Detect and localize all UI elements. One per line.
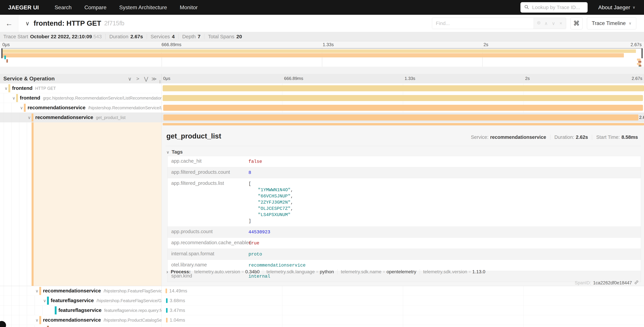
span-operation-name: get_product_list bbox=[96, 115, 126, 120]
focus-match-icon[interactable] bbox=[535, 20, 542, 26]
span-row-name[interactable]: ∨recommendationservice/hipstershop.Produ… bbox=[0, 315, 162, 325]
services-label: Services bbox=[150, 34, 170, 40]
span-duration-bar[interactable] bbox=[163, 85, 644, 91]
tags-section-toggle[interactable]: ∨Tags bbox=[166, 149, 183, 155]
nav-item-compare[interactable]: Compare bbox=[84, 4, 106, 10]
minimap-axis: 0μs 666.89ms 1.33s 2s 2.67s bbox=[0, 42, 644, 48]
span-row: ∨frontendHTTP GET bbox=[0, 84, 644, 93]
timeline-gridline bbox=[524, 306, 524, 315]
span-row: ∨frontendgrpc.hipstershop.Recommendation… bbox=[0, 93, 644, 103]
expand-all-icon[interactable]: ≫ bbox=[152, 76, 157, 82]
tag-key: internal.span.format bbox=[168, 249, 248, 259]
keyboard-shortcuts-button[interactable]: ⌘ bbox=[570, 17, 582, 30]
span-duration-bar[interactable] bbox=[163, 95, 643, 101]
tag-row[interactable]: app.products.count44530923 bbox=[168, 226, 641, 238]
span-row-name[interactable]: ∨recommendationservice/hipstershop.Recom… bbox=[0, 103, 162, 113]
span-row bbox=[0, 325, 644, 327]
span-row-timeline[interactable] bbox=[162, 103, 644, 113]
process-section[interactable]: ›Process:telemetry.auto.version=0.34b0te… bbox=[166, 269, 485, 275]
process-key: telemetry.sdk.language bbox=[266, 269, 314, 274]
expand-one-icon[interactable]: > bbox=[136, 76, 139, 82]
timeline-tick: 0μs bbox=[163, 76, 170, 81]
tag-row[interactable]: app.filtered_products.list["1YMWWN1N4O",… bbox=[168, 178, 641, 226]
span-row-name[interactable]: ∨frontendgrpc.hipstershop.Recommendation… bbox=[0, 93, 162, 103]
span-duration-bar[interactable] bbox=[166, 308, 168, 313]
total-spans-label: Total Spans bbox=[208, 34, 234, 40]
prev-match-icon[interactable]: ∧ bbox=[542, 21, 550, 26]
span-row-name[interactable]: ∨frontendHTTP GET bbox=[0, 84, 162, 93]
back-button[interactable]: ← bbox=[0, 15, 18, 32]
span-duration-bar[interactable] bbox=[166, 318, 168, 322]
collapse-all-icon[interactable]: ⋁ bbox=[144, 76, 148, 82]
span-row-name[interactable] bbox=[0, 325, 162, 327]
span-duration-bar[interactable] bbox=[166, 298, 168, 303]
span-service-name: frontendgrpc.hipstershop.RecommendationS… bbox=[20, 95, 162, 101]
span-duration-bar[interactable] bbox=[166, 288, 167, 293]
span-row-timeline[interactable]: 2.62s bbox=[162, 113, 644, 122]
trace-view-selector[interactable]: Trace Timeline ∨ bbox=[587, 17, 636, 30]
next-match-icon[interactable]: ∨ bbox=[550, 21, 557, 26]
column-resize-grip[interactable]: ∥ bbox=[159, 80, 161, 84]
span-row-timeline[interactable] bbox=[162, 93, 644, 103]
span-row: ∨recommendationservice/hipstershop.Featu… bbox=[0, 286, 644, 296]
brand-logo[interactable]: JAEGER UI bbox=[8, 4, 39, 11]
spacer bbox=[0, 67, 644, 74]
span-row-timeline[interactable]: 3.68ms bbox=[162, 296, 644, 306]
minimap-left-handle[interactable] bbox=[1, 48, 2, 58]
span-service-name: featureflagservice/hipstershop.FeatureFl… bbox=[51, 298, 162, 303]
process-value: 0.34b0 bbox=[245, 269, 260, 274]
chevron-down-icon[interactable]: ∨ bbox=[36, 318, 38, 323]
span-row-timeline[interactable]: 14.49ms bbox=[162, 286, 644, 296]
chevron-down-icon[interactable]: ∨ bbox=[28, 115, 31, 120]
chevron-down-icon[interactable]: ∨ bbox=[36, 288, 38, 294]
span-row-timeline[interactable] bbox=[162, 84, 644, 93]
tag-row[interactable]: app.filtered_products.count8 bbox=[168, 167, 641, 178]
service-operation-header: Service & Operation bbox=[3, 76, 55, 82]
collapse-one-icon[interactable]: ∨ bbox=[128, 76, 132, 82]
span-row-name[interactable]: featureflagservicefeatureflagservice.rep… bbox=[0, 306, 162, 315]
tag-row[interactable]: internal.span.formatproto bbox=[168, 249, 641, 260]
span-row: ∨featureflagservice/hipstershop.FeatureF… bbox=[0, 296, 644, 306]
span-color-bar bbox=[32, 114, 34, 122]
span-row-timeline[interactable]: 3.47ms bbox=[162, 306, 644, 315]
trace-summary-bar: Trace Start October 22 2022, 22:10:09 .5… bbox=[0, 32, 644, 42]
timeline-gridline bbox=[282, 296, 282, 305]
timeline-header: Service & Operation ∨ > ⋁ ≫ ∥ 0μs 666.89… bbox=[0, 74, 644, 84]
minimap-right-handle[interactable] bbox=[642, 48, 643, 58]
span-row-name[interactable]: ∨recommendationserviceget_product_list bbox=[0, 113, 162, 122]
span-row-name[interactable]: ∨featureflagservice/hipstershop.FeatureF… bbox=[0, 296, 162, 306]
chevron-down-icon[interactable]: ∨ bbox=[20, 106, 23, 110]
tag-row[interactable]: app.cache_hitfalse bbox=[168, 156, 641, 167]
tag-key: otel.library.name bbox=[168, 260, 248, 270]
minimap-tick: 666.89ms bbox=[162, 42, 182, 47]
span-duration-bar[interactable] bbox=[163, 105, 643, 111]
chevron-down-icon[interactable]: ∨ bbox=[12, 96, 15, 100]
span-service-name: recommendationservice/hipstershop.Produc… bbox=[43, 317, 162, 323]
chevron-down-icon[interactable]: ∨ bbox=[4, 86, 8, 91]
about-jaeger-menu[interactable]: About Jaeger ∨ bbox=[598, 4, 635, 10]
trace-minimap[interactable] bbox=[1, 48, 643, 67]
timeline-gridline bbox=[282, 325, 282, 327]
spanid-value: 1ca2262df0e18447 bbox=[593, 280, 632, 286]
trace-lookup-box[interactable] bbox=[520, 2, 588, 12]
nav-item-system-architecture[interactable]: System Architecture bbox=[119, 4, 167, 10]
indent-guide bbox=[42, 306, 42, 315]
service-value: recommendationservice bbox=[490, 134, 546, 140]
find-input[interactable] bbox=[432, 18, 534, 29]
span-duration-bar[interactable] bbox=[163, 114, 638, 120]
link-icon[interactable] bbox=[634, 280, 639, 286]
span-row-timeline[interactable]: 1.04ms bbox=[162, 315, 644, 325]
span-detail-title: get_product_list bbox=[166, 132, 221, 140]
nav-item-search[interactable]: Search bbox=[54, 4, 72, 10]
tag-row[interactable]: app.recommendation.cache_enabledtrue bbox=[168, 238, 641, 249]
span-row-timeline[interactable] bbox=[162, 325, 644, 327]
trace-lookup-input[interactable] bbox=[532, 4, 597, 10]
clear-find-icon[interactable]: × bbox=[557, 21, 564, 26]
nav-item-monitor[interactable]: Monitor bbox=[180, 4, 198, 10]
chevron-down-icon[interactable]: ∨ bbox=[43, 298, 46, 303]
span-row-name[interactable]: ∨recommendationservice/hipstershop.Featu… bbox=[0, 286, 162, 296]
span-color-bar bbox=[55, 306, 56, 314]
duration-value: 2.62s bbox=[576, 134, 588, 140]
tags-table: app.cache_hitfalseapp.filtered_products.… bbox=[168, 156, 641, 282]
trace-collapse-chevron[interactable]: ∨ bbox=[25, 20, 30, 27]
